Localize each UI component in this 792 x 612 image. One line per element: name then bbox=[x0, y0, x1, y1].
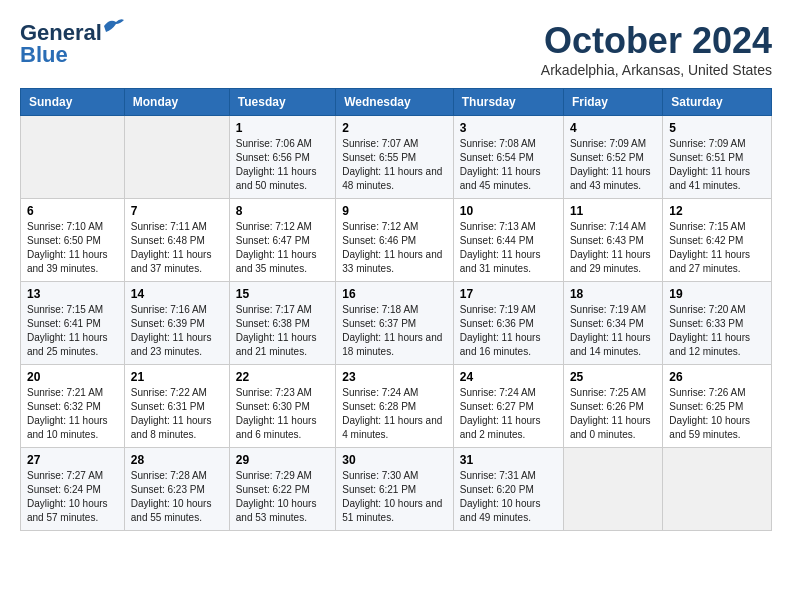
day-number: 9 bbox=[342, 204, 447, 218]
day-number: 5 bbox=[669, 121, 765, 135]
calendar-cell: 21Sunrise: 7:22 AMSunset: 6:31 PMDayligh… bbox=[124, 365, 229, 448]
calendar-cell: 11Sunrise: 7:14 AMSunset: 6:43 PMDayligh… bbox=[563, 199, 662, 282]
calendar-cell bbox=[563, 448, 662, 531]
calendar-cell: 4Sunrise: 7:09 AMSunset: 6:52 PMDaylight… bbox=[563, 116, 662, 199]
col-header-friday: Friday bbox=[563, 89, 662, 116]
day-info: Sunrise: 7:18 AMSunset: 6:37 PMDaylight:… bbox=[342, 303, 447, 359]
day-number: 24 bbox=[460, 370, 557, 384]
calendar-cell: 29Sunrise: 7:29 AMSunset: 6:22 PMDayligh… bbox=[229, 448, 335, 531]
day-info: Sunrise: 7:31 AMSunset: 6:20 PMDaylight:… bbox=[460, 469, 557, 525]
day-info: Sunrise: 7:12 AMSunset: 6:47 PMDaylight:… bbox=[236, 220, 329, 276]
day-info: Sunrise: 7:22 AMSunset: 6:31 PMDaylight:… bbox=[131, 386, 223, 442]
calendar-cell: 6Sunrise: 7:10 AMSunset: 6:50 PMDaylight… bbox=[21, 199, 125, 282]
calendar-cell: 15Sunrise: 7:17 AMSunset: 6:38 PMDayligh… bbox=[229, 282, 335, 365]
calendar-cell: 13Sunrise: 7:15 AMSunset: 6:41 PMDayligh… bbox=[21, 282, 125, 365]
day-info: Sunrise: 7:24 AMSunset: 6:27 PMDaylight:… bbox=[460, 386, 557, 442]
calendar-cell: 12Sunrise: 7:15 AMSunset: 6:42 PMDayligh… bbox=[663, 199, 772, 282]
day-number: 27 bbox=[27, 453, 118, 467]
day-info: Sunrise: 7:08 AMSunset: 6:54 PMDaylight:… bbox=[460, 137, 557, 193]
calendar-table: SundayMondayTuesdayWednesdayThursdayFrid… bbox=[20, 88, 772, 531]
day-info: Sunrise: 7:09 AMSunset: 6:52 PMDaylight:… bbox=[570, 137, 656, 193]
month-title: October 2024 bbox=[541, 20, 772, 62]
day-info: Sunrise: 7:27 AMSunset: 6:24 PMDaylight:… bbox=[27, 469, 118, 525]
calendar-cell: 3Sunrise: 7:08 AMSunset: 6:54 PMDaylight… bbox=[453, 116, 563, 199]
calendar-cell: 22Sunrise: 7:23 AMSunset: 6:30 PMDayligh… bbox=[229, 365, 335, 448]
logo-bird-icon bbox=[102, 16, 124, 34]
calendar-cell: 25Sunrise: 7:25 AMSunset: 6:26 PMDayligh… bbox=[563, 365, 662, 448]
day-number: 15 bbox=[236, 287, 329, 301]
col-header-wednesday: Wednesday bbox=[336, 89, 454, 116]
day-number: 1 bbox=[236, 121, 329, 135]
calendar-cell: 9Sunrise: 7:12 AMSunset: 6:46 PMDaylight… bbox=[336, 199, 454, 282]
day-number: 29 bbox=[236, 453, 329, 467]
calendar-cell: 10Sunrise: 7:13 AMSunset: 6:44 PMDayligh… bbox=[453, 199, 563, 282]
calendar-cell: 31Sunrise: 7:31 AMSunset: 6:20 PMDayligh… bbox=[453, 448, 563, 531]
day-number: 20 bbox=[27, 370, 118, 384]
location-subtitle: Arkadelphia, Arkansas, United States bbox=[541, 62, 772, 78]
day-info: Sunrise: 7:28 AMSunset: 6:23 PMDaylight:… bbox=[131, 469, 223, 525]
col-header-saturday: Saturday bbox=[663, 89, 772, 116]
calendar-cell bbox=[124, 116, 229, 199]
calendar-cell: 5Sunrise: 7:09 AMSunset: 6:51 PMDaylight… bbox=[663, 116, 772, 199]
day-number: 17 bbox=[460, 287, 557, 301]
logo: General Blue bbox=[20, 20, 102, 68]
day-number: 3 bbox=[460, 121, 557, 135]
day-info: Sunrise: 7:16 AMSunset: 6:39 PMDaylight:… bbox=[131, 303, 223, 359]
day-info: Sunrise: 7:09 AMSunset: 6:51 PMDaylight:… bbox=[669, 137, 765, 193]
calendar-cell: 28Sunrise: 7:28 AMSunset: 6:23 PMDayligh… bbox=[124, 448, 229, 531]
day-number: 18 bbox=[570, 287, 656, 301]
day-number: 25 bbox=[570, 370, 656, 384]
day-info: Sunrise: 7:24 AMSunset: 6:28 PMDaylight:… bbox=[342, 386, 447, 442]
calendar-cell: 1Sunrise: 7:06 AMSunset: 6:56 PMDaylight… bbox=[229, 116, 335, 199]
calendar-cell: 8Sunrise: 7:12 AMSunset: 6:47 PMDaylight… bbox=[229, 199, 335, 282]
calendar-cell: 20Sunrise: 7:21 AMSunset: 6:32 PMDayligh… bbox=[21, 365, 125, 448]
logo-general: General bbox=[20, 20, 102, 45]
title-block: October 2024 Arkadelphia, Arkansas, Unit… bbox=[541, 20, 772, 78]
day-info: Sunrise: 7:21 AMSunset: 6:32 PMDaylight:… bbox=[27, 386, 118, 442]
day-info: Sunrise: 7:13 AMSunset: 6:44 PMDaylight:… bbox=[460, 220, 557, 276]
calendar-cell: 7Sunrise: 7:11 AMSunset: 6:48 PMDaylight… bbox=[124, 199, 229, 282]
day-info: Sunrise: 7:23 AMSunset: 6:30 PMDaylight:… bbox=[236, 386, 329, 442]
day-info: Sunrise: 7:14 AMSunset: 6:43 PMDaylight:… bbox=[570, 220, 656, 276]
day-number: 12 bbox=[669, 204, 765, 218]
calendar-cell: 17Sunrise: 7:19 AMSunset: 6:36 PMDayligh… bbox=[453, 282, 563, 365]
page-header: General Blue October 2024 Arkadelphia, A… bbox=[20, 20, 772, 78]
calendar-cell: 19Sunrise: 7:20 AMSunset: 6:33 PMDayligh… bbox=[663, 282, 772, 365]
day-number: 31 bbox=[460, 453, 557, 467]
col-header-thursday: Thursday bbox=[453, 89, 563, 116]
day-number: 4 bbox=[570, 121, 656, 135]
day-number: 16 bbox=[342, 287, 447, 301]
day-info: Sunrise: 7:30 AMSunset: 6:21 PMDaylight:… bbox=[342, 469, 447, 525]
day-info: Sunrise: 7:29 AMSunset: 6:22 PMDaylight:… bbox=[236, 469, 329, 525]
col-header-sunday: Sunday bbox=[21, 89, 125, 116]
day-info: Sunrise: 7:11 AMSunset: 6:48 PMDaylight:… bbox=[131, 220, 223, 276]
day-info: Sunrise: 7:15 AMSunset: 6:41 PMDaylight:… bbox=[27, 303, 118, 359]
calendar-cell: 30Sunrise: 7:30 AMSunset: 6:21 PMDayligh… bbox=[336, 448, 454, 531]
day-number: 26 bbox=[669, 370, 765, 384]
day-number: 10 bbox=[460, 204, 557, 218]
day-number: 6 bbox=[27, 204, 118, 218]
day-number: 21 bbox=[131, 370, 223, 384]
calendar-cell: 16Sunrise: 7:18 AMSunset: 6:37 PMDayligh… bbox=[336, 282, 454, 365]
day-number: 30 bbox=[342, 453, 447, 467]
day-info: Sunrise: 7:17 AMSunset: 6:38 PMDaylight:… bbox=[236, 303, 329, 359]
day-info: Sunrise: 7:20 AMSunset: 6:33 PMDaylight:… bbox=[669, 303, 765, 359]
col-header-tuesday: Tuesday bbox=[229, 89, 335, 116]
calendar-cell: 24Sunrise: 7:24 AMSunset: 6:27 PMDayligh… bbox=[453, 365, 563, 448]
col-header-monday: Monday bbox=[124, 89, 229, 116]
day-info: Sunrise: 7:15 AMSunset: 6:42 PMDaylight:… bbox=[669, 220, 765, 276]
day-number: 8 bbox=[236, 204, 329, 218]
calendar-cell: 2Sunrise: 7:07 AMSunset: 6:55 PMDaylight… bbox=[336, 116, 454, 199]
day-number: 11 bbox=[570, 204, 656, 218]
day-info: Sunrise: 7:10 AMSunset: 6:50 PMDaylight:… bbox=[27, 220, 118, 276]
day-number: 7 bbox=[131, 204, 223, 218]
calendar-cell: 18Sunrise: 7:19 AMSunset: 6:34 PMDayligh… bbox=[563, 282, 662, 365]
calendar-cell bbox=[663, 448, 772, 531]
calendar-cell: 23Sunrise: 7:24 AMSunset: 6:28 PMDayligh… bbox=[336, 365, 454, 448]
calendar-cell: 27Sunrise: 7:27 AMSunset: 6:24 PMDayligh… bbox=[21, 448, 125, 531]
day-info: Sunrise: 7:19 AMSunset: 6:36 PMDaylight:… bbox=[460, 303, 557, 359]
day-number: 2 bbox=[342, 121, 447, 135]
day-info: Sunrise: 7:06 AMSunset: 6:56 PMDaylight:… bbox=[236, 137, 329, 193]
day-number: 14 bbox=[131, 287, 223, 301]
day-info: Sunrise: 7:07 AMSunset: 6:55 PMDaylight:… bbox=[342, 137, 447, 193]
